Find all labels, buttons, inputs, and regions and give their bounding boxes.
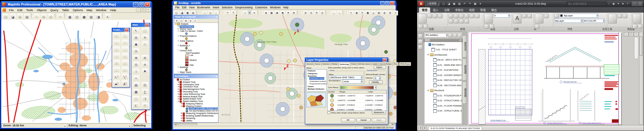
menu-item[interactable]: Customize [254,6,269,9]
toolbar-button[interactable] [64,13,66,18]
expand-icon[interactable]: ⊞ [177,91,180,93]
layer-properties-icon[interactable] [484,14,493,23]
ssm-side-tab[interactable]: 图纸视图 [463,58,467,81]
tab-left-icon[interactable]: ◄ [418,126,422,130]
show-tree-item[interactable]: Charts [307,85,326,87]
symbol-column-header[interactable]: Symbol [328,90,339,93]
menu-item[interactable]: File [174,6,181,9]
main-tool-button[interactable]: ⊘ [141,41,149,48]
expand-icon[interactable]: ⊞ [180,103,183,105]
panel-label[interactable]: 特性 [544,27,596,32]
classify-button[interactable]: Classify... [369,80,383,84]
toc-tool-button[interactable]: ≣ [175,19,179,23]
application-menu-button[interactable]: A [418,1,424,6]
toc-tool-button[interactable]: ◫ [179,19,183,23]
search-input[interactable] [567,2,606,6]
menu-item[interactable]: Query [48,8,60,12]
menu-item[interactable]: Map [85,8,94,12]
linetype-combobox[interactable]: ByLayer [554,19,583,23]
toc-tool-button[interactable]: ↻ [193,19,197,23]
drawing-tool-button[interactable]: ▰? [113,80,120,87]
panel-label[interactable]: 修改 [446,27,480,32]
ribbon-tab[interactable]: 插入 [430,7,441,13]
main-tool-button[interactable] [141,75,148,81]
toc-tool-button[interactable]: ▤ [184,19,188,23]
fillet-tool-icon[interactable] [475,14,480,18]
color-combobox[interactable]: ByLayer [559,14,598,18]
ribbon-tab[interactable]: 输出 [488,7,500,13]
feature-values-check[interactable]: Show class ranges using feature values [327,111,365,114]
toolbox-item[interactable]: ⊞ Utilities [174,120,218,122]
main-tool-button[interactable]: i [132,68,140,75]
toolbar-button[interactable]: ▤ [24,13,30,19]
qat-button[interactable]: ↷ [467,2,472,6]
toolbar-button[interactable]: ◪ [10,13,16,19]
menu-item[interactable]: Table [60,8,71,12]
panel-label[interactable]: 实用工具 [596,27,619,32]
rectangle-tool-icon[interactable] [418,24,423,29]
layer-item[interactable]: ☐ Major Towns [174,71,218,74]
workspace-combobox[interactable]: 三维建模 [425,1,440,6]
arctoolbox-titlebar[interactable]: ArcToolbox × [174,74,218,78]
sheet-item[interactable]: T-01 - TITLE SHEET [425,47,462,53]
main-tool-button[interactable]: ✛ [141,61,149,68]
ribbon-tab[interactable]: 管理 [477,7,488,13]
layer-item[interactable]: ☐ Census 2000 [174,49,218,52]
menu-item[interactable]: Insert [211,6,220,9]
polyline-tool-icon[interactable] [427,14,432,18]
toolbox-item[interactable]: ArcToolbox [174,78,218,81]
toolbox-item[interactable]: ⊟ Spatial Statistics Tools [174,100,218,103]
toolbar-button[interactable] [55,13,56,18]
layer-isolate-icon[interactable] [489,24,494,29]
class-row[interactable]: -3.694772 - -0.410468 -3.694772 - -0.410… [328,98,386,103]
drawing-tool-button[interactable]: A? [121,80,129,87]
copy-clip-icon[interactable] [633,24,637,29]
close-button[interactable]: × [390,1,394,5]
measure-tool-icon[interactable] [608,14,617,23]
checkbox[interactable]: ⊟ [174,23,177,25]
main-tool-button[interactable]: ◫ [132,95,140,102]
main-tool-button[interactable]: ◎ [132,34,140,41]
drawing-tool-button[interactable]: ▷ [121,66,129,73]
toolbar-button[interactable] [326,11,330,15]
toolbar-button[interactable] [102,13,104,18]
show-tree-item[interactable]: Categories [307,72,326,74]
vp-close-icon[interactable]: × [634,32,638,36]
menu-item[interactable]: Geoprocessing [234,6,254,9]
import-button[interactable]: Import... [374,66,386,69]
match-properties-icon[interactable] [554,14,559,18]
sheet-item[interactable]: S-01 - FOUNDATION PLA [425,93,462,98]
dialog-tab[interactable]: Display [331,62,339,66]
cut-clip-icon[interactable] [638,24,642,29]
edit-block-icon[interactable] [535,24,539,29]
value-combobox[interactable]: LMiZScore IDW 73601 [329,75,363,79]
line-tool-icon[interactable] [418,14,427,23]
menu-item[interactable]: Window [94,8,108,12]
close-icon[interactable]: × [125,28,129,32]
main-tool-button[interactable]: ↖ [132,27,140,34]
sheet-item[interactable]: ⊟ Structural [425,88,462,93]
minimize-button[interactable]: – [133,2,138,7]
class-row[interactable]: -0.410467 - 0.534513 -0.410467 - 0.53451… [328,103,386,108]
dialog-tab[interactable]: General [306,62,314,66]
menu-item[interactable]: Help [282,6,289,9]
mirror-tool-icon[interactable] [470,14,474,18]
toolbox-item[interactable]: Cluster and Outlier Analysis (Anselin [174,108,218,110]
range-column-header[interactable]: Range [339,90,368,93]
explode-tool-icon[interactable] [464,19,469,23]
sheet-item[interactable]: S-03 - FLOOR FRAMING [425,103,462,108]
toolbar-button[interactable] [297,11,302,15]
checkbox[interactable]: ☑ [177,44,180,47]
toolbar-button[interactable]: ↶ [57,13,64,19]
sheet-item[interactable]: A-05 - SECTIONS AND D [425,83,462,88]
qat-button[interactable]: ▦ [473,2,477,6]
drawing-tool-button[interactable]: A [113,60,120,66]
mdi-restore-button[interactable]: ▢ [141,8,146,12]
zoom-status[interactable]: Zoom: 18.92 km▴ [2,123,66,128]
vertical-scrollbar[interactable] [639,32,643,125]
toolbar-button[interactable] [31,13,32,18]
ribbon-tab[interactable]: 视图 [466,7,477,13]
designcenter-icon[interactable] [418,45,423,49]
dialog-tab[interactable]: Symbology [339,62,350,66]
menu-item[interactable]: Bookmarks [196,6,212,9]
